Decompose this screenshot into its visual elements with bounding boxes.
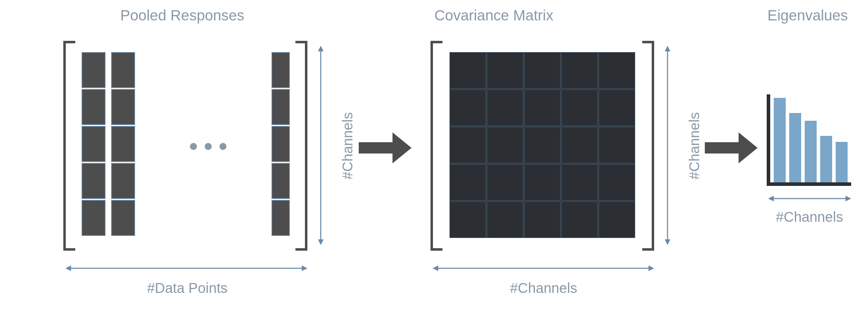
- chart-bar: [789, 113, 801, 182]
- svg-marker-2: [318, 239, 324, 245]
- matrix-cell: [561, 164, 598, 201]
- title-pooled: Pooled Responses: [120, 7, 244, 24]
- svg-marker-17: [768, 196, 774, 201]
- svg-marker-9: [665, 46, 670, 51]
- matrix-cell: [82, 200, 106, 236]
- svg-marker-1: [318, 46, 324, 51]
- label-channels-pooled: #Channels: [340, 112, 356, 180]
- matrix-cell: [449, 127, 486, 163]
- label-datapoints: #Data Points: [147, 280, 228, 296]
- dot-icon: [219, 143, 226, 150]
- matrix-cell: [561, 201, 598, 238]
- chart-x-axis: [767, 182, 851, 186]
- matrix-cell: [524, 201, 561, 238]
- svg-marker-13: [649, 265, 654, 271]
- bracket-left-pooled: [63, 41, 75, 251]
- dim-arrow-channels-cov-h: [433, 263, 654, 273]
- matrix-cell: [487, 89, 523, 126]
- chart-bar: [836, 142, 848, 182]
- matrix-cell: [449, 89, 486, 126]
- column-vector-1: [82, 52, 106, 236]
- title-covariance: Covariance Matrix: [434, 7, 553, 24]
- dot-icon: [205, 143, 212, 150]
- matrix-cell: [111, 126, 135, 162]
- chart-bar: [774, 98, 786, 182]
- bracket-right-cov: [642, 41, 654, 251]
- matrix-cell: [82, 126, 106, 162]
- diagram-canvas: Pooled Responses Covariance Matrix Eigen…: [0, 0, 868, 326]
- label-channels-eig: #Channels: [776, 209, 843, 225]
- matrix-cell: [487, 52, 523, 89]
- dim-arrow-channels-cov-v: [663, 46, 672, 245]
- dim-arrow-channels-eig: [768, 194, 851, 203]
- matrix-cell: [561, 89, 598, 126]
- matrix-cell: [82, 163, 106, 199]
- matrix-cell: [272, 200, 290, 236]
- svg-marker-10: [665, 239, 670, 245]
- matrix-cell: [82, 89, 106, 125]
- matrix-cell: [599, 127, 635, 163]
- matrix-cell: [449, 201, 486, 238]
- svg-marker-18: [845, 196, 851, 201]
- label-channels-cov-v: #Channels: [687, 112, 702, 180]
- matrix-cell: [561, 52, 598, 89]
- matrix-cell: [82, 52, 106, 88]
- matrix-cell: [599, 52, 635, 89]
- chart-y-axis: [767, 94, 770, 186]
- bracket-left-cov: [430, 41, 442, 251]
- ellipsis-icon: [190, 143, 226, 150]
- label-channels-cov-h: #Channels: [510, 280, 577, 296]
- matrix-cell: [524, 164, 561, 201]
- chart-bar: [820, 136, 832, 182]
- svg-marker-12: [433, 265, 438, 271]
- svg-marker-15: [739, 132, 758, 163]
- eigenvalue-chart: [767, 94, 851, 186]
- arrow-icon: [359, 132, 411, 163]
- matrix-cell: [599, 89, 635, 126]
- dim-arrow-datapoints: [65, 263, 307, 273]
- bracket-right-pooled: [295, 41, 307, 251]
- matrix-cell: [524, 52, 561, 89]
- matrix-cell: [272, 163, 290, 199]
- matrix-cell: [599, 164, 635, 201]
- svg-rect-6: [359, 142, 392, 153]
- matrix-cell: [272, 52, 290, 88]
- dot-icon: [190, 143, 197, 150]
- matrix-cell: [449, 164, 486, 201]
- matrix-cell: [111, 200, 135, 236]
- column-vector-2: [111, 52, 135, 236]
- matrix-cell: [449, 52, 486, 89]
- matrix-cell: [561, 127, 598, 163]
- matrix-cell: [524, 127, 561, 163]
- dim-arrow-channels-pooled: [316, 46, 326, 245]
- title-eigenvalues: Eigenvalues: [767, 7, 848, 24]
- matrix-cell: [487, 164, 523, 201]
- matrix-cell: [487, 127, 523, 163]
- matrix-cell: [272, 89, 290, 125]
- matrix-cell: [524, 89, 561, 126]
- svg-marker-5: [302, 265, 307, 271]
- matrix-cell: [487, 201, 523, 238]
- matrix-cell: [111, 52, 135, 88]
- svg-marker-4: [65, 265, 71, 271]
- matrix-cell: [111, 89, 135, 125]
- matrix-cell: [111, 163, 135, 199]
- column-vector-n: [272, 52, 290, 236]
- svg-rect-14: [705, 142, 739, 153]
- svg-marker-7: [392, 132, 411, 163]
- matrix-cell: [272, 126, 290, 162]
- arrow-icon: [705, 132, 758, 163]
- matrix-cell: [599, 201, 635, 238]
- covariance-matrix: [449, 52, 635, 238]
- chart-bar: [805, 121, 817, 182]
